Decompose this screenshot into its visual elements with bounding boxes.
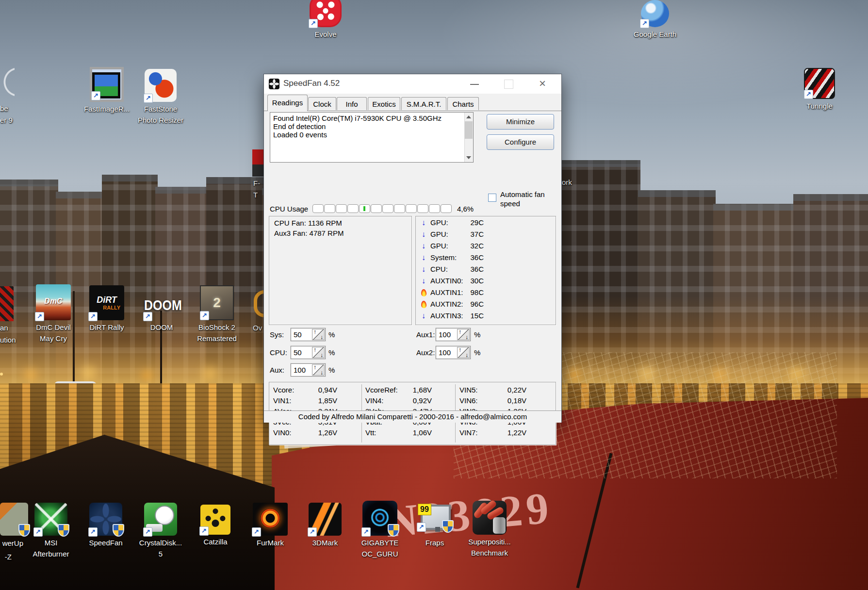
tab-clock[interactable]: Clock — [308, 97, 336, 110]
doom-logo: DOOM — [144, 296, 179, 313]
desktop-icon-label: be — [0, 104, 8, 114]
msi-afterburner-icon: ↗ — [34, 503, 67, 536]
desktop-icon-furmark[interactable]: ↗ FurMark — [244, 503, 297, 548]
desktop-icon-bioshock[interactable]: 2 ↗ BioShock 2 Remastered — [190, 285, 244, 344]
superposition-icon — [473, 501, 507, 535]
temp-row: ↓GPU:32C — [416, 241, 557, 252]
desktop-icon-fraps[interactable]: 99 ↗ Fraps — [408, 504, 461, 548]
shortcut-arrow-icon: ↗ — [309, 19, 318, 28]
cpu-usage-label: CPU Usage — [270, 205, 308, 213]
temp-row: ↓CPU:36C — [416, 264, 557, 275]
desktop-icon-label: Catzilla — [189, 537, 242, 547]
percent-sign: % — [474, 348, 480, 357]
uac-shield-icon — [388, 524, 399, 537]
sys-speed-label: Sys: — [270, 330, 284, 339]
temp-row: ↓GPU:37C — [416, 229, 557, 240]
temp-down-arrow-icon: ↓ — [422, 230, 426, 238]
log-scrollbar[interactable] — [464, 113, 473, 162]
rally-logo: RALLY — [103, 305, 120, 311]
percent-sign: % — [328, 366, 335, 374]
automatic-fan-speed-checkbox[interactable] — [488, 194, 496, 202]
desktop-icon-msi-afterburner[interactable]: ↗ MSI Afterburner — [24, 503, 78, 559]
spin-down-icon: ↓ — [465, 352, 468, 359]
gauge-icon — [155, 506, 174, 525]
desktop-icon-label-network-partial[interactable]: ork — [562, 178, 572, 187]
bioshock-icon: 2 ↗ — [200, 285, 234, 320]
log-line: End of detection — [273, 122, 326, 131]
desktop-icon-label: Photo Resizer — [134, 115, 187, 125]
shortcut-arrow-icon: ↗ — [91, 91, 100, 100]
dirt-logo: DiRT — [89, 295, 124, 305]
desktop-icon-label: May Cry — [27, 334, 80, 344]
desktop-icon-faststone[interactable]: ↗ FastStone Photo Resizer — [134, 69, 187, 125]
minimize-icon[interactable] — [467, 76, 482, 92]
scroll-up-icon[interactable] — [465, 113, 473, 121]
spinner-buttons[interactable]: ↑↓ — [312, 347, 325, 358]
title-bar[interactable]: SpeedFan 4.52 × — [264, 74, 561, 94]
shortcut-arrow-icon: ↗ — [308, 527, 317, 537]
shortcut-arrow-icon: ↗ — [640, 19, 649, 28]
desktop-icon-tunngle[interactable]: ↗ Tunngle — [793, 68, 846, 111]
desktop-icon-label: FastImageR... — [80, 104, 133, 114]
spinner-buttons[interactable]: ↑↓ — [457, 329, 470, 340]
desktop-icon-catzilla[interactable]: ↗ Catzilla — [189, 505, 242, 547]
aux2-speed-input[interactable]: 100 ↑↓ — [436, 346, 471, 359]
spin-down-icon: ↓ — [320, 334, 323, 341]
desktop-icon-gigabyte-oc-guru[interactable]: ↗ GIGABYTE OC_GURU — [353, 501, 407, 559]
evolve-icon: ↗ — [310, 0, 342, 27]
cpu-speed-input[interactable]: 50 ↑↓ — [291, 346, 326, 359]
tab-charts[interactable]: Charts — [447, 97, 479, 110]
temp-row: ↓AUXTIN3:15C — [416, 311, 557, 322]
speedfan-window: SpeedFan 4.52 × Readings Clock Info Exot… — [263, 74, 562, 423]
spin-up-icon: ↑ — [459, 328, 461, 335]
spinner-buttons[interactable]: ↑↓ — [312, 364, 325, 376]
aux2-speed-label: Aux2: — [416, 348, 435, 357]
status-bar: Coded by Alfredo Milani Comparetti - 200… — [264, 410, 561, 423]
desktop-icon-dmc[interactable]: DmC ↗ DmC Devil May Cry — [27, 284, 80, 344]
spin-up-icon: ↑ — [313, 364, 316, 371]
tab-exotics[interactable]: Exotics — [368, 97, 400, 110]
close-icon[interactable]: × — [535, 76, 550, 92]
desktop-icon-label: CrystalDisk... — [134, 538, 187, 548]
detection-log[interactable]: Found Intel(R) Core(TM) i7-5930K CPU @ 3… — [270, 112, 474, 163]
desktop-icon-dirt-rally[interactable]: DiRT RALLY ↗ DiRT Rally — [80, 285, 133, 332]
configure-button[interactable]: Configure — [487, 134, 554, 150]
temp-row: AUXTIN1:98C — [416, 288, 557, 298]
desktop-icon-label: OC_GURU — [353, 549, 407, 559]
cpu-usage-value: 4,6% — [457, 205, 474, 213]
desktop-icon-label: werUp — [0, 539, 23, 548]
desktop-icon-label: GIGABYTE — [353, 538, 407, 548]
desktop-icon-evolve[interactable]: ↗ Evolve — [299, 0, 352, 39]
desktop-icon-label: Remastered — [190, 334, 244, 344]
desktop-icon-3dmark[interactable]: ↗ 3DMark — [298, 503, 352, 548]
shortcut-arrow-icon: ↗ — [88, 312, 98, 321]
desktop-icon-label: Benchmark — [463, 548, 516, 558]
temp-flame-icon — [421, 289, 426, 297]
uac-shield-icon — [113, 524, 124, 537]
desktop-icon-superposition[interactable]: ↗ Superpositi... Benchmark — [463, 501, 516, 558]
scroll-down-icon[interactable] — [465, 154, 473, 162]
tab-readings[interactable]: Readings — [267, 95, 308, 111]
tab-smart[interactable]: S.M.A.R.T. — [401, 97, 446, 110]
aux1-speed-input[interactable]: 100 ↑↓ — [436, 328, 471, 341]
shortcut-arrow-icon: ↗ — [143, 527, 152, 537]
scrollbar-thumb[interactable] — [465, 121, 473, 139]
temp-down-arrow-icon: ↓ — [422, 242, 426, 250]
flaming-ring-icon — [261, 508, 280, 528]
desktop-icon-google-earth[interactable]: ↗ Google Earth — [628, 0, 682, 39]
desktop-icon-crystaldiskmark[interactable]: ↗ CrystalDisk... 5 — [134, 503, 187, 559]
desktop-icon-fastimageresizer[interactable]: ↗ FastImageR... — [80, 67, 133, 114]
sys-speed-input[interactable]: 50 ↑↓ — [291, 328, 326, 341]
faststone-icon: ↗ — [145, 69, 177, 102]
spinner-buttons[interactable]: ↑↓ — [312, 329, 325, 340]
desktop-icon-label: 3DMark — [298, 538, 352, 548]
dmc-logo: DmC — [36, 297, 71, 306]
minimize-button[interactable]: Minimize — [487, 114, 554, 130]
shortcut-arrow-icon: ↗ — [417, 523, 426, 532]
desktop-icon-doom[interactable]: DOOM ↗ DOOM — [135, 291, 188, 332]
spinner-buttons[interactable]: ↑↓ — [457, 347, 470, 358]
tab-info[interactable]: Info — [337, 97, 367, 110]
desktop-icon-speedfan[interactable]: ↗ SpeedFan — [79, 503, 132, 548]
desktop-icon-label: Evolve — [299, 30, 352, 39]
aux-speed-input[interactable]: 100 ↑↓ — [291, 363, 326, 377]
